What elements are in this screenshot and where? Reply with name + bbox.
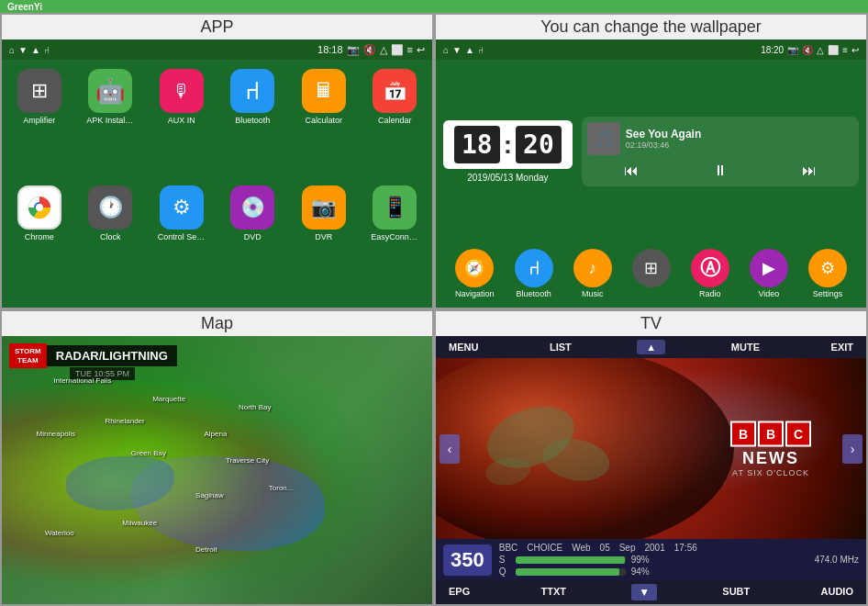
tv-title: TV (436, 311, 866, 336)
app-icons-grid: ⊞ Amplifier 🤖 APK Installer 🎙 AUX IN ⑁ B… (2, 60, 432, 308)
app-icon-clock[interactable]: 🕐 Clock (77, 185, 145, 298)
wallpaper-quadrant: You can change the wallpaper ⌂ ▼ ▲ ⑁ 18:… (434, 13, 868, 309)
app-icon-chrome[interactable]: Chrome (6, 185, 73, 298)
wp-cam: 📷 (787, 45, 798, 55)
tv-main: B B C NEWS AT SIX O'CLOCK ‹ › (436, 358, 866, 539)
tv-channel-info: 350 BBC CHOICE Web 05 Sep 2001 17:56 S (436, 539, 866, 580)
map-label-waterloo: Waterloo (45, 529, 74, 537)
wp-icon-video[interactable]: ▶ Video (750, 249, 788, 298)
map-label-alpena: Alpena (204, 430, 227, 438)
music-controls: ⏮ ⏸ ⏭ (587, 161, 853, 181)
navigation-icon: 🧭 (455, 249, 494, 287)
subt-btn[interactable]: SUBT (717, 584, 755, 600)
music-prev-btn[interactable]: ⏮ (618, 161, 644, 181)
main-grid: APP ⌂ ▼ ▲ ⑁ 18:18 📷 🔇 △ ⬜ ≡ ↩ ⊞ Ampli (0, 13, 868, 606)
home-icon: ⌂ (9, 45, 15, 55)
wp-bluetooth-label: Bluetooth (517, 289, 551, 298)
bbc-logo-area: B B C NEWS AT SIX O'CLOCK (730, 421, 811, 477)
wp-icon-bluetooth[interactable]: ⑁ Bluetooth (515, 249, 553, 298)
tv-year: 2001 (645, 543, 665, 553)
wallpaper-status-bar: ⌂ ▼ ▲ ⑁ 18:20 📷 🔇 △ ⬜ ≡ ↩ (436, 39, 866, 60)
map-label-rhinelander: Rhinelander (106, 417, 145, 425)
app-icon-control[interactable]: ⚙ Control Setti... (148, 185, 216, 298)
tv-bottom-bar: EPG TTXT ▼ SUBT AUDIO (436, 580, 866, 604)
chrome-icon (17, 185, 61, 230)
app-status-right: 18:18 📷 🔇 △ ⬜ ≡ ↩ (317, 44, 425, 56)
app-icon-dvr[interactable]: 📷 DVR (290, 185, 358, 298)
app-icon-calculator[interactable]: 🖩 Calculator (290, 69, 358, 182)
storm-line1: STORM (15, 347, 41, 356)
app-quadrant: APP ⌂ ▼ ▲ ⑁ 18:18 📷 🔇 △ ⬜ ≡ ↩ ⊞ Ampli (0, 13, 434, 309)
dvd-label: DVD (244, 232, 262, 241)
clock-minute: 20 (516, 126, 562, 163)
app-icon-dvd[interactable]: 💿 DVD (219, 185, 287, 298)
svg-point-2 (36, 204, 43, 211)
tv-channel-row: 350 BBC CHOICE Web 05 Sep 2001 17:56 S (443, 543, 859, 577)
map-label-falls: International Falls (53, 376, 111, 385)
wp-home-icon: ⌂ (443, 45, 449, 55)
map-label-traversecity: Traverse City (226, 456, 269, 465)
music-widget: 🎵 See You Again 02:19/03:46 ⏮ ⏸ ⏭ (582, 117, 859, 186)
music-title: See You Again (626, 128, 853, 140)
music-pause-btn[interactable]: ⏸ (707, 161, 733, 181)
wp-back: ↩ (851, 45, 859, 55)
tv-channel-meta: BBC CHOICE Web 05 Sep 2001 17:56 (499, 543, 859, 553)
bluetooth-icon: ⑁ (230, 69, 274, 113)
bbc-b1: B (730, 421, 756, 446)
clock-date: 2019/05/13 Monday (467, 173, 548, 183)
app-icon-bluetooth[interactable]: ⑁ Bluetooth (219, 69, 287, 182)
apk-icon: 🤖 (88, 69, 132, 113)
epg-btn[interactable]: EPG (443, 584, 475, 600)
menu-icon: ≡ (407, 44, 413, 55)
top-bar: GreenYi (0, 0, 868, 13)
wp-signal-icon: ▲ (465, 45, 474, 55)
time-display: 18:18 (317, 44, 343, 55)
wp-wifi-icon: ▼ (452, 45, 462, 55)
tv-nav-left-btn[interactable]: ‹ (440, 434, 460, 464)
audio-btn[interactable]: AUDIO (816, 584, 859, 600)
map-title: Map (2, 311, 432, 336)
tv-channel-details: BBC CHOICE Web 05 Sep 2001 17:56 S (499, 543, 859, 577)
music-next-btn[interactable]: ⏭ (796, 161, 822, 181)
menu-btn[interactable]: MENU (443, 340, 484, 354)
app-icon-auxin[interactable]: 🎙 AUX IN (148, 69, 216, 182)
app-icon-calendar[interactable]: 📅 Calendar (362, 69, 429, 182)
map-label-greenbay: Green Bay (131, 449, 166, 457)
app-icon-amplifier[interactable]: ⊞ Amplifier (6, 69, 73, 182)
app-icon-apk[interactable]: 🤖 APK Installer (77, 69, 145, 182)
mute-btn[interactable]: MUTE (726, 340, 765, 354)
wp-bluetooth-icon: ⑁ (515, 249, 553, 287)
tv-signal-s-row: S 99% 474.0 MHz (499, 555, 859, 565)
clock-hour: 18 (454, 126, 500, 163)
wp-icon-navigation[interactable]: 🧭 Navigation (455, 249, 495, 298)
exit-btn[interactable]: EXIT (826, 340, 859, 354)
map-banner: STORM TEAM RADAR/LIGHTNING (9, 343, 177, 368)
ttxt-btn[interactable]: TTXT (535, 584, 572, 600)
up-btn[interactable]: ▲ (637, 340, 665, 354)
tv-time: 17:56 (674, 543, 697, 553)
wallpaper-title: You can change the wallpaper (436, 15, 866, 39)
down-btn[interactable]: ▼ (631, 584, 657, 600)
wallpaper-app-icons: 🧭 Navigation ⑁ Bluetooth ♪ Music ⊞ Ⓐ Rad… (436, 243, 866, 308)
storm-badge: STORM TEAM (9, 343, 47, 368)
brand-label: GreenYi (7, 2, 42, 12)
app-icon-easyconnect[interactable]: 📱 EasyConnect... (362, 185, 429, 298)
bbc-b2: B (758, 421, 784, 446)
tv-nav-right-btn[interactable]: › (842, 434, 862, 464)
wp-icon-settings[interactable]: ⚙ Settings (808, 249, 847, 298)
wp-icon-radio[interactable]: Ⓐ Radio (691, 249, 729, 298)
bbc-at-six: AT SIX O'CLOCK (730, 467, 811, 477)
radio-icon: Ⓐ (691, 249, 729, 287)
chrome-label: Chrome (25, 232, 54, 241)
wp-icon-grid[interactable]: ⊞ (632, 249, 671, 298)
list-btn[interactable]: LIST (544, 340, 577, 354)
tv-signal-q-bar-bg (516, 568, 626, 576)
wp-status-left: ⌂ ▼ ▲ ⑁ (443, 45, 484, 55)
back-icon: ↩ (417, 44, 425, 56)
easyconnect-icon: 📱 (373, 185, 417, 230)
settings-label: Settings (813, 289, 843, 298)
map-label-milwaukee: Milwaukee (122, 519, 157, 527)
tv-signal-q-label: Q (499, 567, 510, 577)
wp-icon-music[interactable]: ♪ Music (573, 249, 612, 298)
rect-icon: ⬜ (391, 44, 404, 56)
